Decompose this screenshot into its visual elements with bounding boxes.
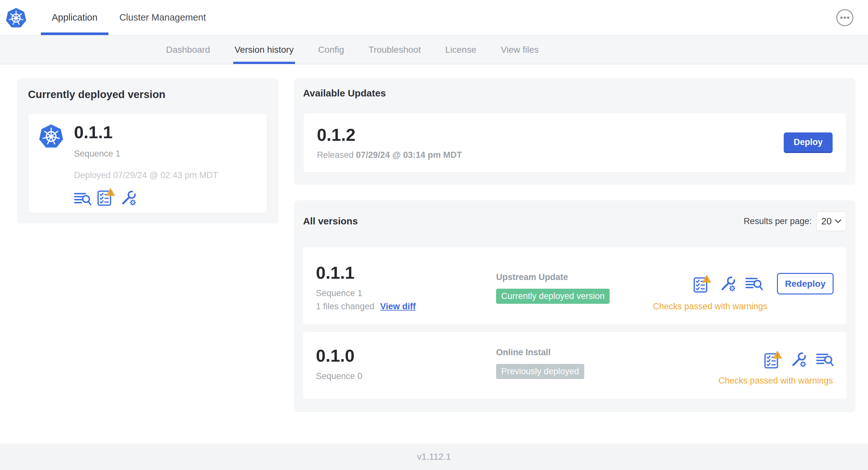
preflight-checks-warning-icon[interactable] xyxy=(97,188,115,206)
overflow-menu-button[interactable] xyxy=(836,9,854,27)
subnav-item-dashboard[interactable]: Dashboard xyxy=(154,35,222,64)
config-icon[interactable] xyxy=(791,352,807,368)
available-update-row: 0.1.2 Released 07/29/24 @ 03:14 pm MDT D… xyxy=(303,113,846,173)
kubernetes-logo-icon xyxy=(5,7,27,28)
tab-cluster-management[interactable]: Cluster Management xyxy=(108,0,217,35)
console-version: v1.112.1 xyxy=(417,452,451,462)
deploy-button[interactable]: Deploy xyxy=(784,132,833,153)
subnav-label-view-files: View files xyxy=(501,45,538,55)
all-versions-card: All versions Results per page: 20 0.1.1 … xyxy=(294,200,856,412)
released-label: Released xyxy=(317,150,353,160)
all-versions-title: All versions xyxy=(303,216,358,227)
app-header: Application Cluster Management xyxy=(0,0,868,35)
row-version-number: 0.1.0 xyxy=(316,346,496,365)
currently-deployed-title: Currently deployed version xyxy=(28,89,267,101)
results-per-page: Results per page: 20 xyxy=(743,211,846,231)
view-diff-link[interactable]: View diff xyxy=(380,302,416,311)
version-row-info: 0.1.0 Sequence 0 xyxy=(316,346,496,386)
checks-status-text: Checks passed with warnings xyxy=(718,376,833,386)
subnav-label-license: License xyxy=(445,45,476,55)
logs-icon[interactable] xyxy=(745,277,763,291)
logs-icon[interactable] xyxy=(74,192,91,206)
row-sequence: Sequence 0 xyxy=(316,371,496,381)
deployed-sequence: Sequence 1 xyxy=(74,149,218,159)
subnav-label-config: Config xyxy=(318,45,344,55)
right-column: Available Updates 0.1.2 Released 07/29/2… xyxy=(294,78,856,412)
released-date: 07/29/24 @ 03:14 pm MDT xyxy=(356,150,462,160)
results-per-page-label: Results per page: xyxy=(743,216,812,226)
deployed-version-actions xyxy=(74,188,218,206)
currently-deployed-details: 0.1.1 Sequence 1 Deployed 07/29/24 @ 02:… xyxy=(74,123,218,204)
results-per-page-value: 20 xyxy=(822,216,832,227)
status-badge: Previously deployed xyxy=(496,364,584,379)
preflight-checks-warning-icon[interactable] xyxy=(764,351,782,369)
deployed-version-number: 0.1.1 xyxy=(74,123,218,142)
version-row-0-1-0: 0.1.0 Sequence 0 Online Install Previous… xyxy=(303,332,846,399)
main-content: Currently deployed version 0.1.1 Sequenc… xyxy=(0,64,868,444)
subnav-item-version-history[interactable]: Version history xyxy=(222,35,306,64)
subnav-item-view-files[interactable]: View files xyxy=(488,35,551,64)
version-row-info: 0.1.1 Sequence 1 1 files changed View di… xyxy=(316,263,496,311)
checks-status-text: Checks passed with warnings xyxy=(653,302,767,311)
subnav-item-license[interactable]: License xyxy=(433,35,489,64)
currently-deployed-card: Currently deployed version 0.1.1 Sequenc… xyxy=(17,78,278,224)
row-sequence: Sequence 1 xyxy=(316,289,496,298)
chevron-down-icon xyxy=(835,219,841,224)
subnav-item-config[interactable]: Config xyxy=(306,35,356,64)
version-row-actions: Redeploy Checks passed with warnings xyxy=(653,263,834,311)
subnav-label-troubleshoot: Troubleshoot xyxy=(369,45,421,55)
tab-cluster-management-label: Cluster Management xyxy=(119,12,206,23)
version-row-action-icons: Redeploy xyxy=(693,273,834,295)
kubernetes-app-icon xyxy=(39,124,64,148)
config-icon[interactable] xyxy=(720,276,736,292)
subnav-label-version-history: Version history xyxy=(235,45,294,55)
subnav-item-troubleshoot[interactable]: Troubleshoot xyxy=(356,35,433,64)
deployed-timestamp: Deployed 07/29/24 @ 02:43 pm MDT xyxy=(74,170,218,180)
version-row-source: Online Install Previously deployed xyxy=(496,346,718,386)
tab-application[interactable]: Application xyxy=(41,0,108,35)
preflight-checks-warning-icon[interactable] xyxy=(693,275,711,293)
available-updates-card: Available Updates 0.1.2 Released 07/29/2… xyxy=(294,78,856,185)
app-footer: v1.112.1 xyxy=(0,444,868,470)
redeploy-button[interactable]: Redeploy xyxy=(777,273,834,295)
version-row-0-1-1: 0.1.1 Sequence 1 1 files changed View di… xyxy=(303,247,846,324)
app-subnav: Dashboard Version history Config Trouble… xyxy=(0,35,868,64)
config-icon[interactable] xyxy=(121,190,137,206)
all-versions-header: All versions Results per page: 20 xyxy=(303,211,846,231)
row-source-label: Online Install xyxy=(496,347,718,358)
app-logo xyxy=(5,0,27,35)
results-per-page-select[interactable]: 20 xyxy=(816,211,846,231)
available-update-details: 0.1.2 Released 07/29/24 @ 03:14 pm MDT xyxy=(317,125,462,160)
row-files-changed-line: 1 files changed View diff xyxy=(316,302,496,311)
tab-application-label: Application xyxy=(52,12,97,23)
files-changed-text: 1 files changed xyxy=(316,302,374,311)
row-version-number: 0.1.1 xyxy=(316,263,496,282)
subnav-label-dashboard: Dashboard xyxy=(166,45,210,55)
status-badge: Currently deployed version xyxy=(496,289,610,304)
row-source-label: Upstream Update xyxy=(496,272,653,282)
version-row-actions: Checks passed with warnings xyxy=(718,346,834,386)
version-row-source: Upstream Update Currently deployed versi… xyxy=(496,263,653,311)
logs-icon[interactable] xyxy=(816,352,834,367)
version-row-action-icons xyxy=(764,351,834,369)
update-version-number: 0.1.2 xyxy=(317,125,462,144)
available-updates-title: Available Updates xyxy=(303,88,846,99)
update-released-line: Released 07/29/24 @ 03:14 pm MDT xyxy=(317,150,462,160)
currently-deployed-version-panel: 0.1.1 Sequence 1 Deployed 07/29/24 @ 02:… xyxy=(28,113,267,213)
ellipsis-icon xyxy=(836,9,854,27)
